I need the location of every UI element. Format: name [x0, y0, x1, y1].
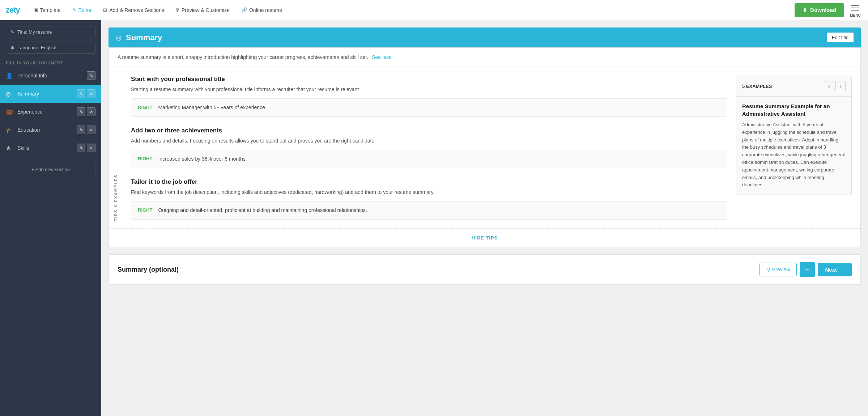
tips-left: Start with your professional title Start…: [131, 76, 727, 220]
experience-icon: 💼: [6, 109, 14, 115]
next-button[interactable]: Next →: [818, 263, 852, 276]
examples-header: 5 EXAMPLES ‹ ›: [736, 76, 851, 97]
summary-optional-label: Summary (optional): [118, 266, 179, 273]
tip-1-desc: Starting a resume summary with your prof…: [131, 86, 727, 93]
sidebar-item-summary[interactable]: ◎ Summary ✎ ✕: [0, 85, 101, 103]
tips-side-label: TIPS & EXAMPLES: [109, 67, 122, 228]
nav-add-remove[interactable]: ⊞ Add & Remove Sections: [98, 5, 169, 15]
hide-tips-bar[interactable]: HIDE TIPS: [109, 228, 860, 247]
examples-prev-button[interactable]: ‹: [824, 81, 834, 91]
download-button[interactable]: ⬇ Download: [795, 3, 844, 17]
download-label: Download: [810, 7, 836, 13]
editor-icon: ✎: [72, 7, 76, 13]
sidebar-item-skills[interactable]: ★ Skills ✎ ✕: [0, 139, 101, 157]
experience-actions: ✎ ✕: [77, 107, 95, 116]
topnav-right: ⬇ Download MENU: [795, 3, 862, 17]
tip-3-right-label: RIGHT: [138, 207, 152, 213]
main-layout: ✎ Title: My resume ⊕ Language: English F…: [0, 20, 868, 416]
tip-section-3: Tailor it to the job offer Find keywords…: [131, 178, 727, 220]
examples-body: Resume Summary Example for an Administra…: [736, 97, 851, 195]
see-less-link[interactable]: See less: [372, 54, 391, 60]
intro-text: A resume summary is a short, snappy intr…: [118, 54, 368, 60]
experience-delete-button[interactable]: ✕: [87, 107, 95, 116]
next-arrow-icon: →: [839, 267, 844, 273]
skills-edit-button[interactable]: ✎: [77, 144, 85, 152]
skills-label: Skills: [17, 145, 77, 151]
menu-button[interactable]: MENU: [848, 3, 862, 17]
nav-online-resume-label: Online resume: [249, 7, 282, 13]
doc-title-label: Title: My resume: [17, 29, 52, 35]
section-header: ◎ Summary Edit title: [109, 27, 861, 47]
tips-main: Start with your professional title Start…: [122, 67, 860, 228]
fill-document-label: FILL IN YOUR DOCUMENT: [0, 58, 101, 67]
sidebar-item-personal-info[interactable]: 👤 Personal Info ✎: [0, 67, 101, 85]
summary-label: Summary: [17, 91, 77, 97]
experience-edit-button[interactable]: ✎: [77, 107, 85, 116]
nav-editor-label: Editor: [78, 7, 92, 13]
education-delete-button[interactable]: ✕: [87, 126, 95, 134]
summary-edit-button[interactable]: ✎: [77, 89, 85, 98]
education-icon: 🎓: [6, 127, 14, 133]
examples-panel: 5 EXAMPLES ‹ › Resume Summary Example fo…: [736, 76, 852, 195]
tip-3-example-text: Outgoing and detail-oriented, proficient…: [158, 207, 367, 214]
nav-editor[interactable]: ✎ Editor: [67, 5, 97, 15]
examples-next-button[interactable]: ›: [835, 81, 846, 91]
examples-navigation: ‹ ›: [824, 81, 846, 91]
education-edit-button[interactable]: ✎: [77, 126, 85, 134]
sidebar-item-education[interactable]: 🎓 Education ✎ ✕: [0, 121, 101, 139]
tip-3-title: Tailor it to the job offer: [131, 178, 727, 186]
top-navigation: zety ▣ Template ✎ Editor ⊞ Add & Remove …: [0, 0, 868, 20]
globe-icon: ⊕: [10, 45, 14, 50]
edit-title-button[interactable]: Edit title: [827, 33, 854, 42]
nav-template[interactable]: ▣ Template: [29, 5, 66, 15]
add-section-button[interactable]: + Add new section: [6, 163, 95, 176]
menu-label: MENU: [850, 13, 860, 17]
personal-info-label: Personal Info: [17, 73, 87, 78]
tip-section-2: Add two or three achievements Add number…: [131, 127, 727, 168]
sidebar-navigation: 👤 Personal Info ✎ ◎ Summary ✎ ✕ 💼 Experi…: [0, 67, 101, 157]
nav-items: ▣ Template ✎ Editor ⊞ Add & Remove Secti…: [29, 5, 795, 15]
nav-preview-customize-label: Preview & Customize: [182, 7, 230, 13]
template-icon: ▣: [34, 7, 38, 13]
download-icon: ⬇: [803, 7, 807, 13]
add-remove-icon: ⊞: [103, 7, 107, 13]
preview-icon: ⚲: [766, 267, 770, 272]
tips-content-wrapper: TIPS & EXAMPLES Start with your professi…: [109, 67, 860, 228]
app-logo[interactable]: zety: [6, 5, 20, 15]
tip-3-example: RIGHT Outgoing and detail-oriented, prof…: [131, 201, 727, 220]
back-arrow-button[interactable]: ←: [800, 262, 815, 277]
pencil-icon: ✎: [10, 29, 14, 35]
bottom-actions: ⚲ Preview ← Next →: [760, 262, 852, 277]
sidebar-item-experience[interactable]: 💼 Experience ✎ ✕: [0, 103, 101, 121]
online-resume-icon: 🔗: [241, 7, 247, 13]
examples-count: 5 EXAMPLES: [742, 84, 772, 89]
sidebar: ✎ Title: My resume ⊕ Language: English F…: [0, 20, 101, 416]
summary-delete-button[interactable]: ✕: [87, 89, 95, 98]
section-header-icon: ◎: [116, 34, 122, 42]
preview-button[interactable]: ⚲ Preview: [760, 263, 797, 276]
skills-icon: ★: [6, 145, 14, 152]
sidebar-top: ✎ Title: My resume ⊕ Language: English: [0, 20, 101, 58]
nav-online-resume[interactable]: 🔗 Online resume: [236, 5, 287, 15]
tip-section-1: Start with your professional title Start…: [131, 76, 727, 117]
doc-title-button[interactable]: ✎ Title: My resume: [6, 26, 95, 38]
personal-info-edit-button[interactable]: ✎: [87, 71, 95, 80]
summary-icon: ◎: [6, 90, 14, 97]
personal-info-actions: ✎: [87, 71, 95, 80]
next-label: Next: [825, 267, 837, 273]
experience-label: Experience: [17, 109, 77, 115]
doc-lang-button[interactable]: ⊕ Language: English: [6, 42, 95, 54]
preview-label: Preview: [772, 267, 790, 272]
tip-2-example: RIGHT Increased sales by 36% over 6 mont…: [131, 150, 727, 168]
example-title: Resume Summary Example for an Administra…: [742, 102, 846, 118]
bottom-section: Summary (optional) ⚲ Preview ← Next →: [109, 254, 861, 285]
hide-tips-button[interactable]: HIDE TIPS: [472, 235, 498, 241]
personal-info-icon: 👤: [6, 72, 14, 79]
nav-preview-customize[interactable]: ⚲ Preview & Customize: [171, 5, 235, 15]
tips-intro: A resume summary is a short, snappy intr…: [109, 48, 860, 67]
tip-2-title: Add two or three achievements: [131, 127, 727, 134]
nav-template-label: Template: [40, 7, 61, 13]
skills-delete-button[interactable]: ✕: [87, 144, 95, 152]
section-title: Summary: [126, 33, 827, 42]
preview-customize-icon: ⚲: [176, 7, 179, 13]
